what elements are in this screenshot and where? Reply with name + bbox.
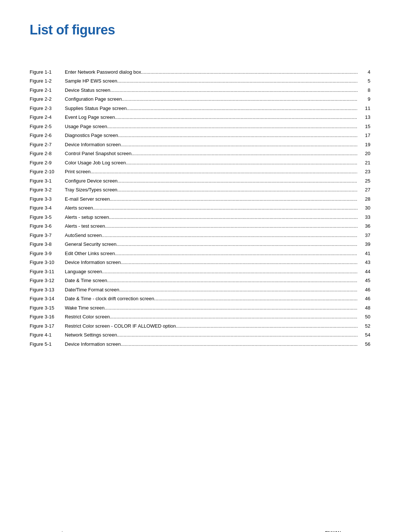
figure-label: Figure 3-2 [30, 186, 65, 194]
list-item: Figure 2-7Device Information screen ....… [30, 140, 370, 149]
figure-title: E-mail Server screen [65, 195, 110, 203]
figure-page: 4 [357, 68, 370, 76]
figure-middle: Enter Network Password dialog box ......… [65, 68, 357, 76]
figure-middle: Date/Time Format screen ................… [65, 286, 357, 294]
list-item: Figure 3-3E-mail Server screen .........… [30, 194, 370, 204]
footer: vi ENWW [59, 530, 341, 532]
figure-title: Date/Time Format screen [65, 286, 119, 294]
figure-middle: Date & Time - clock drift correction scr… [65, 295, 357, 302]
list-item: Figure 2-5Usage Page screen ............… [30, 122, 370, 131]
figure-middle: E-mail Server screen ...................… [65, 195, 357, 203]
figure-page: 43 [357, 259, 370, 266]
figure-middle: Date & Time screen .....................… [65, 277, 357, 284]
figure-middle: Device Information screen ..............… [65, 341, 357, 348]
figure-title: Supplies Status Page screen [65, 105, 127, 112]
figure-page: 50 [357, 313, 370, 321]
figure-label: Figure 3-5 [30, 214, 65, 221]
figure-leader: ........................................… [116, 241, 357, 248]
figure-leader: ........................................… [141, 68, 357, 76]
figure-leader: ........................................… [119, 286, 357, 294]
figure-title: Device Information screen [65, 259, 121, 266]
list-item: Figure 2-3Supplies Status Page screen ..… [30, 104, 370, 113]
figure-page: 52 [357, 322, 370, 330]
figure-middle: Restrict Color screen - COLOR IF ALLOWED… [65, 322, 357, 330]
figure-leader: ........................................… [93, 204, 357, 212]
figure-page: 36 [357, 222, 370, 230]
figure-page: 5 [357, 77, 370, 85]
figure-label: Figure 3-7 [30, 232, 65, 239]
figure-leader: ........................................… [117, 77, 357, 85]
figure-leader: ........................................… [115, 114, 357, 121]
figure-middle: Print screen ...........................… [65, 168, 357, 175]
list-item: Figure 3-4Alerts screen ................… [30, 204, 370, 213]
figure-label: Figure 3-17 [30, 322, 65, 330]
list-item: Figure 2-10Print screen ................… [30, 167, 370, 177]
figure-label: Figure 3-14 [30, 295, 65, 302]
figure-middle: Tray Sizes/Types screen ................… [65, 186, 357, 194]
figure-label: Figure 3-10 [30, 259, 65, 266]
figure-middle: Sample HP EWS screen ...................… [65, 77, 357, 85]
figure-leader: ........................................… [102, 268, 357, 275]
figure-leader: ........................................… [109, 214, 357, 221]
page-wrapper: List of figures Figure 1-1Enter Network … [30, 22, 370, 532]
figure-leader: ........................................… [126, 159, 357, 167]
list-item: Figure 3-5Alerts - setup screen ........… [30, 213, 370, 222]
figure-title: Diagnostics Page screen [65, 132, 118, 139]
figure-middle: Edit Other Links screen ................… [65, 250, 357, 257]
figure-leader: ........................................… [110, 87, 357, 94]
list-item: Figure 3-15Wake Time screen ............… [30, 303, 370, 312]
figure-leader: ........................................… [118, 132, 357, 139]
figure-page: 46 [357, 286, 370, 294]
figure-page: 54 [357, 331, 370, 339]
footer-right: ENWW [325, 530, 341, 532]
figure-title: Device Status screen [65, 87, 110, 94]
figure-label: Figure 3-4 [30, 204, 65, 212]
list-item: Figure 4-1Network Settings screen ......… [30, 331, 370, 340]
figure-label: Figure 2-3 [30, 105, 65, 112]
figures-list: Figure 1-1Enter Network Password dialog … [30, 67, 370, 349]
list-item: Figure 2-1Device Status screen .........… [30, 86, 370, 95]
figure-title: Usage Page screen [65, 123, 107, 130]
figure-leader: ........................................… [110, 195, 357, 203]
figure-label: Figure 4-1 [30, 331, 65, 339]
figure-leader: ........................................… [121, 141, 357, 148]
figure-label: Figure 3-9 [30, 250, 65, 257]
figure-title: Alerts screen [65, 204, 93, 212]
figure-middle: Language screen ........................… [65, 268, 357, 275]
figure-leader: ........................................… [131, 150, 357, 157]
figure-title: Enter Network Password dialog box [65, 68, 141, 76]
figure-title: Restrict Color screen - COLOR IF ALLOWED… [65, 322, 176, 330]
figure-label: Figure 3-16 [30, 313, 65, 321]
figure-label: Figure 2-6 [30, 132, 65, 139]
figure-leader: ........................................… [127, 105, 357, 112]
figure-page: 56 [357, 341, 370, 348]
figure-page: 48 [357, 304, 370, 312]
figure-label: Figure 2-1 [30, 87, 65, 94]
list-item: Figure 3-13Date/Time Format screen .....… [30, 285, 370, 294]
figure-title: Wake Time screen [65, 304, 104, 312]
figure-label: Figure 1-2 [30, 77, 65, 85]
figure-label: Figure 3-6 [30, 222, 65, 230]
figure-title: Network Settings screen [65, 331, 117, 339]
figure-label: Figure 2-2 [30, 96, 65, 103]
figure-leader: ........................................… [121, 259, 357, 266]
figure-title: Device Information screen [65, 341, 121, 348]
figure-leader: ........................................… [102, 232, 357, 239]
list-item: Figure 3-12Date & Time screen ..........… [30, 276, 370, 285]
figure-middle: Configuration Page screen ..............… [65, 96, 357, 103]
figure-title: General Security screen [65, 241, 116, 248]
figure-page: 21 [357, 159, 370, 167]
figure-page: 37 [357, 232, 370, 239]
figure-leader: ........................................… [90, 168, 357, 175]
figure-page: 15 [357, 123, 370, 130]
figure-label: Figure 3-8 [30, 241, 65, 248]
figure-label: Figure 2-8 [30, 150, 65, 157]
figure-middle: Alerts - setup screen ..................… [65, 214, 357, 221]
list-item: Figure 3-7AutoSend screen ..............… [30, 231, 370, 240]
figure-page: 33 [357, 214, 370, 221]
figure-title: Tray Sizes/Types screen [65, 186, 117, 194]
figure-label: Figure 2-5 [30, 123, 65, 130]
figure-middle: Alerts - test screen ...................… [65, 222, 357, 230]
figure-label: Figure 5-1 [30, 341, 65, 348]
figure-middle: Diagnostics Page screen ................… [65, 132, 357, 139]
